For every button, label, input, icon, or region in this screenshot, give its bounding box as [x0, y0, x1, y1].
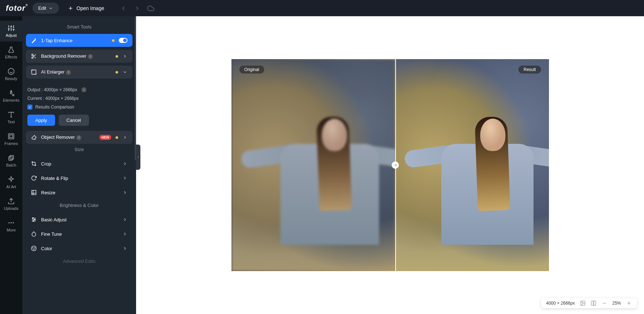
fit-icon[interactable]	[580, 300, 586, 306]
result-image	[396, 59, 549, 271]
tool-ai-enlarger[interactable]: AI Enlarger?	[26, 66, 132, 79]
comparison-slider[interactable]	[392, 162, 399, 169]
svg-point-12	[8, 68, 14, 75]
rail-uploads[interactable]: Uploads	[0, 194, 22, 215]
chevron-right-icon	[122, 246, 127, 251]
zoom-in-icon[interactable]	[626, 300, 632, 306]
svg-line-31	[33, 55, 34, 56]
top-bar: fotor® Edit Open Image	[0, 0, 644, 16]
rail-more[interactable]: More	[0, 215, 22, 236]
resize-icon	[31, 190, 37, 195]
text-icon	[8, 111, 15, 118]
redo-icon[interactable]	[134, 5, 141, 12]
chevron-left-icon	[137, 155, 140, 159]
chevron-down-icon	[48, 6, 53, 11]
tool-color[interactable]: Color	[26, 241, 132, 256]
original-image	[231, 59, 396, 271]
rail-frames[interactable]: Frames	[0, 129, 22, 150]
svg-point-45	[33, 249, 34, 249]
basic-adjust-label: Basic Adjust	[41, 217, 118, 222]
compare-icon[interactable]	[591, 300, 596, 306]
enlarger-panel: Output : 4000px × 2666pxi Current : 4000…	[26, 81, 132, 131]
apply-button[interactable]: Apply	[27, 115, 55, 126]
svg-point-43	[33, 248, 33, 248]
output-size-row: Output : 4000px × 2666pxi	[27, 87, 131, 92]
enhance-toggle[interactable]	[119, 38, 127, 43]
chevron-right-icon	[122, 231, 127, 236]
svg-point-42	[31, 246, 36, 251]
svg-rect-22	[10, 155, 14, 159]
upload-icon	[8, 198, 15, 205]
svg-point-47	[582, 302, 583, 303]
plus-icon	[68, 5, 73, 11]
left-rail: Adjust Effects Beauty Elements Text Fram…	[0, 16, 22, 314]
svg-rect-19	[9, 134, 14, 139]
chevron-down-icon	[122, 70, 127, 75]
chevron-right-icon	[122, 190, 127, 195]
svg-rect-21	[9, 157, 12, 160]
help-icon[interactable]: ?	[88, 54, 93, 59]
eraser-icon	[31, 134, 37, 140]
crop-label: Crop	[41, 161, 118, 167]
resize-label: Resize	[41, 190, 118, 195]
checkbox-icon[interactable]: ✓	[27, 105, 32, 110]
enhance-label: 1-Tap Enhance	[41, 38, 108, 43]
canvas[interactable]: Original Result 4000 × 2666px 25%	[136, 16, 644, 314]
tool-fine-tune[interactable]: Fine Tune	[26, 227, 132, 241]
undo-icon[interactable]	[120, 5, 127, 12]
chevron-right-icon	[122, 135, 127, 140]
svg-rect-33	[32, 190, 36, 195]
rail-ai-art[interactable]: AI Art	[0, 172, 22, 193]
svg-point-24	[9, 222, 10, 223]
tool-bg-remover[interactable]: Background Remover?	[26, 50, 132, 63]
rail-effects[interactable]: Effects	[0, 42, 22, 63]
wand-icon	[31, 37, 37, 43]
zoom-out-icon[interactable]	[602, 300, 607, 306]
sparkle-icon	[8, 176, 15, 183]
rotate-icon	[31, 175, 37, 181]
rail-elements[interactable]: Elements	[0, 85, 22, 106]
tool-resize[interactable]: Resize	[26, 185, 132, 200]
cloud-icon[interactable]	[147, 5, 154, 12]
tool-basic-adjust[interactable]: Basic Adjust	[26, 212, 132, 227]
tool-object-remover[interactable]: Object Remover? NEW	[26, 131, 132, 144]
image-comparison[interactable]: Original Result	[231, 59, 549, 271]
section-size: Size	[26, 147, 132, 152]
rail-batch[interactable]: Batch	[0, 150, 22, 171]
premium-dot-icon	[116, 71, 118, 74]
bg-remover-label: Background Remover?	[41, 53, 111, 59]
info-icon[interactable]: i	[81, 87, 86, 92]
rail-adjust[interactable]: Adjust	[0, 21, 22, 41]
drop-icon	[31, 231, 37, 237]
fine-tune-label: Fine Tune	[41, 231, 118, 237]
open-image-button[interactable]: Open Image	[63, 3, 108, 14]
rotate-label: Rotate & Flip	[41, 176, 118, 181]
tool-rotate[interactable]: Rotate & Flip	[26, 171, 132, 185]
svg-point-44	[35, 248, 35, 248]
svg-point-41	[33, 221, 34, 222]
tool-crop[interactable]: Crop	[26, 156, 132, 171]
premium-dot-icon	[116, 136, 118, 139]
tool-1tap-enhance[interactable]: 1-Tap Enhance	[26, 34, 132, 47]
svg-line-30	[35, 57, 36, 58]
help-icon[interactable]: ?	[76, 135, 81, 140]
original-label: Original	[239, 66, 264, 74]
svg-point-15	[10, 92, 12, 94]
results-compare-row[interactable]: ✓ Results Comparison	[27, 105, 131, 110]
svg-point-40	[34, 219, 35, 220]
current-size-row: Current : 4000px × 2666px	[27, 96, 131, 101]
rail-text[interactable]: Text	[0, 107, 22, 128]
obj-remover-label: Object Remover?	[41, 134, 95, 140]
cancel-button[interactable]: Cancel	[59, 115, 89, 126]
section-advanced: Advanced Edits	[26, 258, 132, 264]
help-icon[interactable]: ?	[66, 70, 71, 75]
edit-dropdown[interactable]: Edit	[32, 3, 59, 14]
collapse-panel-button[interactable]	[136, 145, 140, 170]
svg-rect-16	[13, 94, 14, 96]
drag-icon	[393, 163, 397, 167]
palette-icon	[31, 246, 37, 251]
chevron-right-icon	[122, 176, 127, 181]
frame-icon	[8, 133, 15, 140]
premium-dot-icon	[112, 39, 114, 42]
rail-beauty[interactable]: Beauty	[0, 64, 22, 85]
